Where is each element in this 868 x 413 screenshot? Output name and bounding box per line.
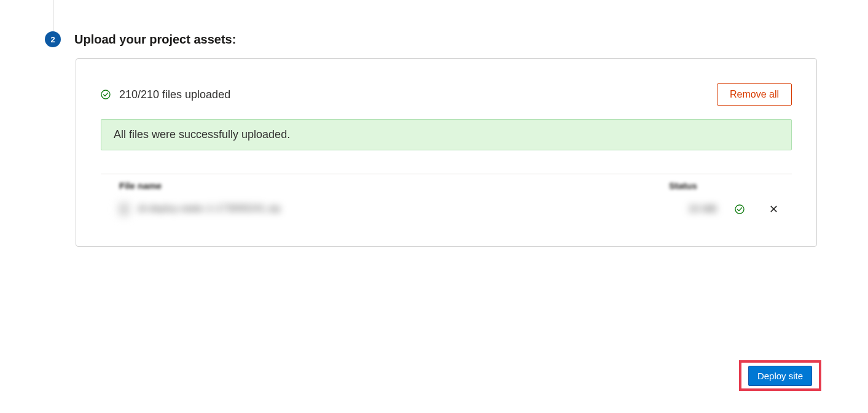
remove-all-button[interactable]: Remove all: [717, 83, 792, 106]
deploy-highlight-box: Deploy site: [739, 360, 821, 391]
file-icon: [119, 203, 129, 215]
success-check-icon: [101, 90, 111, 99]
svg-point-1: [735, 205, 744, 214]
success-banner: All files were successfully uploaded.: [101, 119, 792, 150]
file-name-cell: di-deploy-static-1-173000241.zip: [101, 203, 681, 215]
file-table-header: File name Status: [101, 174, 792, 197]
header-status: Status: [669, 180, 792, 191]
upload-summary-row: 210/210 files uploaded Remove all: [101, 83, 792, 106]
step-title: Upload your project assets:: [74, 33, 236, 47]
close-icon: ✕: [769, 204, 778, 215]
upload-panel: 210/210 files uploaded Remove all All fi…: [76, 58, 817, 247]
file-name-text: di-deploy-static-1-173000241.zip: [138, 203, 280, 214]
step-number-badge: 2: [45, 31, 61, 47]
step-header: 2 Upload your project assets:: [45, 31, 236, 47]
table-row: di-deploy-static-1-173000241.zip 33 MB ✕: [101, 197, 792, 222]
timeline-connector: [53, 0, 53, 33]
step-number: 2: [50, 35, 55, 44]
upload-summary-left: 210/210 files uploaded: [101, 88, 230, 101]
row-success-check-icon: [735, 204, 745, 214]
header-filename: File name: [101, 180, 669, 191]
file-table: File name Status di-deploy-static-1-1730…: [101, 174, 792, 222]
file-status-cell: [724, 204, 755, 214]
file-size-cell: 33 MB: [681, 204, 724, 215]
remove-file-button[interactable]: ✕: [755, 204, 792, 215]
svg-point-0: [101, 90, 110, 99]
deploy-site-button[interactable]: Deploy site: [748, 366, 812, 386]
upload-count-text: 210/210 files uploaded: [119, 88, 230, 101]
